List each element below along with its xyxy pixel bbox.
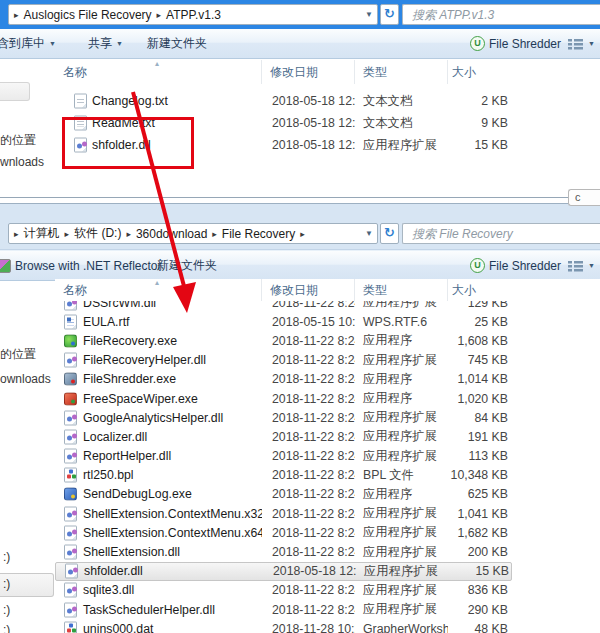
sidebar-drive-fragment[interactable]: :) <box>3 603 10 617</box>
file-date: 2018-11-22 8:24 <box>262 487 355 501</box>
new-folder-button[interactable]: 新建文件夹 <box>147 29 207 58</box>
sidebar-drive-fragment[interactable]: :) <box>3 550 10 564</box>
file-row[interactable]: EULA.rtf2018-05-15 10:02WPS.RTF.625 KB <box>55 312 512 331</box>
breadcrumb-item[interactable]: 软件 (D:) <box>74 225 121 242</box>
breadcrumb-arrow-icon[interactable]: ▸ <box>126 229 131 239</box>
file-date: 2018-05-18 12:34 <box>263 564 356 578</box>
file-row[interactable]: ShellExtension.dll2018-11-22 8:24应用程序扩展2… <box>55 542 512 561</box>
refresh-button[interactable]: ↻ <box>380 223 399 244</box>
file-row[interactable]: shfolder.dll2018-05-18 12:34应用程序扩展15 KB <box>55 134 512 156</box>
file-type: 应用程序扩展 <box>355 448 448 465</box>
file-row[interactable]: TaskSchedulerHelper.dll2018-11-22 8:24应用… <box>55 600 512 619</box>
file-name-cell: unins000.dat <box>55 619 262 633</box>
breadcrumb-arrow-icon[interactable]: ▸ <box>65 229 70 239</box>
breadcrumb-arrow-icon[interactable]: ▸ <box>157 10 162 20</box>
file-date: 2018-11-22 8:24 <box>262 334 355 348</box>
new-folder-button[interactable]: 新建文件夹 <box>157 251 217 280</box>
file-row[interactable]: shfolder.dll2018-05-18 12:34应用程序扩展15 KB <box>55 562 512 581</box>
file-type: 应用程序 <box>355 390 448 407</box>
sidebar-drive-fragment[interactable]: :) <box>3 623 10 633</box>
breadcrumb-item[interactable]: ATPP.v1.3 <box>166 8 221 22</box>
file-size: 625 KB <box>448 487 512 501</box>
breadcrumb-item[interactable]: 计算机 <box>24 225 60 242</box>
sidebar-item-downloads-fragment[interactable]: wnloads <box>0 155 44 169</box>
file-row[interactable]: rtl250.bpl2018-11-22 8:24BPL 文件10,348 KB <box>55 466 512 485</box>
file-shredder-button[interactable]: U File Shredder <box>470 29 561 58</box>
file-shredder-icon: U <box>470 258 485 273</box>
file-row[interactable]: FreeSpaceWiper.exe2018-11-22 8:24应用程序1,0… <box>55 389 512 408</box>
file-date: 2018-11-22 8:24 <box>262 507 355 521</box>
file-size: 745 KB <box>448 353 512 367</box>
file-name: shfolder.dll <box>84 564 143 578</box>
sidebar-item-recent-places-fragment[interactable]: 的位置 <box>0 346 36 363</box>
breadcrumb-arrow-icon[interactable]: ▸ <box>300 229 305 239</box>
file-name-cell: ReadMe.txt <box>55 112 262 134</box>
search-box[interactable] <box>402 4 600 25</box>
sidebar-item-downloads-fragment[interactable]: ownloads <box>0 372 51 386</box>
partial-button-fragment[interactable]: c <box>568 189 600 206</box>
file-row[interactable]: FileRecovery.exe2018-11-22 8:24应用程序1,608… <box>55 331 512 350</box>
include-in-library-button[interactable]: 包含到库中 ▼ <box>0 29 56 58</box>
column-header-size[interactable]: 大小 <box>448 60 512 84</box>
file-size: 48 KB <box>448 622 512 633</box>
file-name: ShellExtension.ContextMenu.x64.dll <box>83 526 262 540</box>
column-header-size[interactable]: 大小 <box>448 279 512 301</box>
breadcrumb-arrow-icon[interactable]: ▸ <box>14 229 19 239</box>
file-name: EULA.rtf <box>83 315 129 329</box>
column-header-date[interactable]: 修改日期 <box>262 279 355 301</box>
refresh-button[interactable]: ↻ <box>380 4 399 25</box>
dll-file-icon <box>64 602 77 617</box>
file-row[interactable]: ReadMe.txt2018-05-18 12:39文本文档9 KB <box>55 112 512 134</box>
breadcrumb-arrow-icon[interactable]: ▸ <box>212 229 217 239</box>
file-row[interactable]: ShellExtension.ContextMenu.x64.dll2018-1… <box>55 523 512 542</box>
file-row[interactable]: FileRecoveryHelper.dll2018-11-22 8:24应用程… <box>55 351 512 370</box>
file-row[interactable]: SendDebugLog.exe2018-11-22 8:24应用程序625 K… <box>55 485 512 504</box>
sort-ascending-icon: ▴ <box>155 278 159 287</box>
address-bar[interactable]: ▸Auslogics File Recovery▸ATPP.v1.3 <box>8 4 378 25</box>
sidebar-item-fragment[interactable] <box>0 82 30 101</box>
column-header-type[interactable]: 类型 <box>355 279 448 301</box>
file-name: FileRecovery.exe <box>83 334 177 348</box>
breadcrumb-item[interactable]: 360download <box>136 227 207 241</box>
change-view-button[interactable]: ▼ <box>568 29 595 58</box>
sidebar-drive-fragment[interactable]: :) <box>3 577 10 591</box>
sidebar-item-recent-places-fragment[interactable]: 的位置 <box>0 132 36 149</box>
file-size: 84 KB <box>448 411 512 425</box>
file-name: rtl250.bpl <box>83 468 134 482</box>
file-name: ShellExtension.dll <box>83 545 180 559</box>
breadcrumb-item[interactable]: File Recovery <box>222 227 295 241</box>
browse-reflector-button[interactable]: Browse with .NET Reflector <box>0 251 162 280</box>
file-name-cell: ShellExtension.ContextMenu.x64.dll <box>55 523 262 542</box>
address-bar[interactable]: ▸计算机▸软件 (D:)▸360download▸File Recovery▸ <box>8 223 378 244</box>
breadcrumb-item[interactable]: Auslogics File Recovery <box>24 8 152 22</box>
file-name: FileRecoveryHelper.dll <box>83 353 206 367</box>
file-date: 2018-11-28 10:28 <box>262 622 355 633</box>
file-name-cell: ShellExtension.dll <box>55 542 262 561</box>
file-row[interactable]: Changelog.txt2018-05-18 12:39文本文档2 KB <box>55 90 512 112</box>
breadcrumb-arrow-icon[interactable]: ▸ <box>14 10 19 20</box>
column-header-name[interactable]: ▴ 名称 <box>55 60 262 84</box>
search-input[interactable] <box>403 6 600 25</box>
share-button[interactable]: 共享 ▼ <box>88 29 123 58</box>
change-view-button[interactable]: ▼ <box>568 251 595 280</box>
file-row[interactable]: Localizer.dll2018-11-22 8:24应用程序扩展191 KB <box>55 427 512 446</box>
txt-file-icon <box>74 94 87 109</box>
search-input[interactable] <box>403 225 600 244</box>
file-row[interactable]: unins000.dat2018-11-28 10:28GrapherWorks… <box>55 619 512 633</box>
file-size: 191 KB <box>448 430 512 444</box>
file-row[interactable]: ShellExtension.ContextMenu.x32.dll2018-1… <box>55 504 512 523</box>
file-name: Localizer.dll <box>83 430 147 444</box>
file-size: 1,682 KB <box>448 526 512 540</box>
column-header-type[interactable]: 类型 <box>355 60 448 84</box>
search-box[interactable] <box>402 223 600 244</box>
column-header-date[interactable]: 修改日期 <box>262 60 355 84</box>
file-row[interactable]: sqlite3.dll2018-11-22 8:24应用程序扩展836 KB <box>55 581 512 600</box>
exe-shredder-file-icon <box>64 373 77 386</box>
file-row[interactable]: ReportHelper.dll2018-11-22 8:24应用程序扩展113… <box>55 447 512 466</box>
file-row[interactable]: FileShredder.exe2018-11-22 8:24应用程序1,014… <box>55 370 512 389</box>
file-shredder-button[interactable]: U File Shredder <box>470 251 561 280</box>
list-view-icon <box>568 260 584 272</box>
file-name-cell: shfolder.dll <box>56 563 263 580</box>
column-header-name[interactable]: ▴ 名称 <box>55 279 262 301</box>
file-row[interactable]: GoogleAnalyticsHelper.dll2018-11-22 8:24… <box>55 408 512 427</box>
